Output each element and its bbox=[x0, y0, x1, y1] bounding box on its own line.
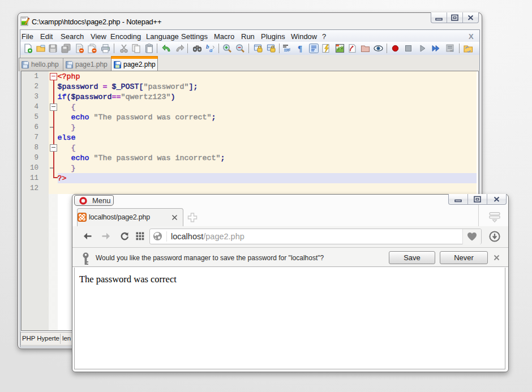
svg-text:uc: uc bbox=[450, 49, 453, 52]
svg-text:a: a bbox=[209, 46, 213, 53]
svg-text:¶: ¶ bbox=[298, 44, 302, 53]
